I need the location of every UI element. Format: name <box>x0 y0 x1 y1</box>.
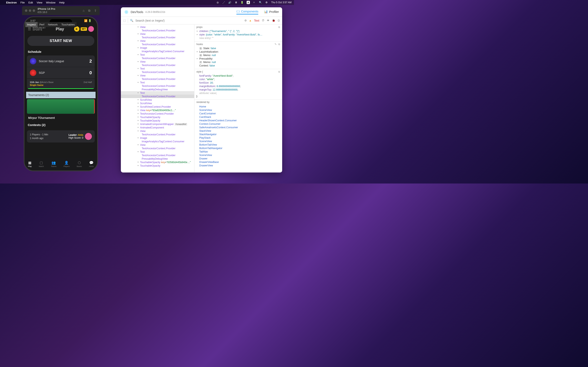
display-icon[interactable]: 🖥 <box>234 1 238 4</box>
eye-icon[interactable]: 👁 <box>267 19 269 22</box>
tree-row[interactable]: ScrollView <box>121 101 194 105</box>
tree-row[interactable]: TextAncestorContext.Provider <box>121 154 194 157</box>
tab-components[interactable]: ⟨ ⟩Components <box>236 9 258 15</box>
rendered-item[interactable]: Drawer <box>196 157 280 160</box>
tree-row[interactable]: Text <box>121 67 194 70</box>
rendered-item[interactable]: Home <box>196 105 280 108</box>
tree-row[interactable]: TextAncestorContext.Provider <box>121 63 194 67</box>
tree-row[interactable]: Text <box>121 91 194 95</box>
tree-row[interactable]: TextAncestorContext.Provider <box>121 57 194 60</box>
prop-row[interactable]: style: {color: "white", fontFamily: "Ave… <box>196 33 280 36</box>
style-row[interactable]: color: "white"; <box>196 77 280 81</box>
wifi-icon[interactable]: ᯤ <box>253 1 256 4</box>
brackets-icon[interactable]: ⟨⟩ <box>278 19 280 22</box>
style-row[interactable]: marginBottom: 8.666666666666666; <box>196 84 280 88</box>
gear-icon[interactable]: ⚙ <box>244 19 247 22</box>
nav-alerts[interactable]: 💬Alerts <box>89 161 94 167</box>
rendered-item[interactable]: SceneView <box>196 140 280 143</box>
tree-row[interactable]: Image <box>121 136 194 140</box>
contest-card[interactable]: 1 Players - 1 Min 1 month ago Leader: An… <box>27 130 95 142</box>
tree-row[interactable]: View <box>121 25 194 29</box>
style-row[interactable]: fontFamily: "AvenirNext-Bold"; <box>196 74 280 77</box>
nav-bases[interactable]: ⬡Bases <box>77 161 82 167</box>
simulator-titlebar[interactable]: iPhone 14 Pro iOS 16.0 ⌂ ⧉ ⇪ <box>22 6 100 15</box>
nav-players[interactable]: 👤Players <box>63 161 70 167</box>
perf-tab[interactable]: Perf <box>38 22 46 27</box>
match-card[interactable]: Soccer Italy League 2 SGP 0 11th Jan @An… <box>27 55 95 89</box>
tree-row[interactable]: TouchableOpacity <box>121 119 194 122</box>
style-row[interactable]: marginTop: 12.666666666666666; <box>196 88 280 91</box>
tree-row[interactable]: PressabilityDebugView <box>121 88 194 91</box>
rendered-item[interactable]: HeaderShownContext.Consumer <box>196 119 280 122</box>
tree-row[interactable]: Text <box>121 81 194 84</box>
tree-row[interactable]: TextAncestorContext.Provider <box>121 84 194 88</box>
tree-row[interactable]: TextAncestorContext.Provider <box>121 147 194 150</box>
component-tree[interactable]: ViewTextAncestorContext.ProviderViewText… <box>121 25 194 173</box>
tree-row[interactable]: AnimatedComponentWrapperForwardRef <box>121 122 194 126</box>
menu-help[interactable]: Help <box>59 1 65 4</box>
tree-row[interactable]: ImageAnalyticsTagContext.Consumer <box>121 50 194 53</box>
menu-icon[interactable]: ☰ <box>28 27 31 31</box>
tree-row[interactable]: TextAncestorContext.Provider <box>121 77 194 81</box>
tree-row[interactable]: View <box>121 39 194 43</box>
tree-row[interactable]: PressabilityDebugView <box>121 157 194 160</box>
hook-row[interactable]: Context: false <box>196 64 280 67</box>
app-name[interactable]: Electron <box>6 1 17 4</box>
tree-row[interactable]: ImageAnalyticsTagContext.Consumer <box>121 140 194 143</box>
copy-icon[interactable]: ⧉ <box>278 43 280 46</box>
tree-row[interactable]: TextAncestorContext.Provider <box>121 95 194 98</box>
screenshot-icon[interactable]: ⧉ <box>88 9 90 12</box>
rendered-item[interactable]: SafeAreaInsetsContext.Consumer <box>196 125 280 129</box>
tree-row[interactable]: TouchableOpacity key="63580d445b840e…" <box>121 160 194 164</box>
tree-row[interactable]: AnimatedComponent <box>121 126 194 129</box>
style-row[interactable]: fontSize: 16; <box>196 81 280 84</box>
hook-row[interactable]: LazyInitialization: <box>196 50 280 53</box>
rn-debug-bar[interactable]: Inspect Perf Network Touchables <box>25 22 77 27</box>
tree-row[interactable]: TouchableOpacity <box>121 164 194 167</box>
rendered-item[interactable]: TabNav <box>196 150 280 153</box>
traffic-lights[interactable] <box>25 9 35 12</box>
rendered-item[interactable]: StackNavigator <box>196 133 280 136</box>
nav-teams[interactable]: 👥Teams <box>51 161 57 167</box>
search-input[interactable] <box>135 19 242 22</box>
tree-row[interactable]: TextAncestorContext.Provider <box>121 70 194 74</box>
share-icon[interactable]: ⇪ <box>94 9 97 12</box>
rendered-item[interactable]: DrawerView <box>196 164 280 167</box>
avatar[interactable] <box>88 26 94 32</box>
edit-icon[interactable]: ✎ <box>275 43 277 46</box>
clock[interactable]: Thu 5 Oct 3:57 AM <box>271 1 292 4</box>
menu-file[interactable]: File <box>20 1 25 4</box>
nav-play[interactable]: ▦Play <box>28 161 32 167</box>
input-icon[interactable]: A <box>247 1 250 4</box>
tree-row[interactable]: View <box>121 60 194 63</box>
hook-row[interactable]: 7Memo: null <box>196 60 280 64</box>
rendered-item[interactable]: BottomTabNavigator <box>196 146 280 150</box>
tournaments-header[interactable]: Tournaments (2) <box>26 92 95 98</box>
timer-icon[interactable]: ⏱ <box>262 19 264 22</box>
tree-row[interactable]: TextAncestorContext.Provider <box>121 112 194 115</box>
tree-row[interactable]: Text <box>121 150 194 154</box>
nav-watch[interactable]: ▢Watch <box>39 161 44 167</box>
network-tab[interactable]: Network <box>46 22 60 27</box>
tree-row[interactable]: View <box>121 74 194 77</box>
inspect-tab[interactable]: Inspect <box>25 22 38 27</box>
start-new-button[interactable]: START NEW <box>27 36 94 46</box>
tab-profiler[interactable]: 📊Profiler <box>264 9 279 15</box>
volume-icon[interactable]: 🔊 <box>228 1 232 4</box>
rendered-item[interactable]: SceneView <box>196 153 280 157</box>
tree-row[interactable]: Image <box>121 46 194 50</box>
tree-row[interactable]: View <box>121 32 194 36</box>
nft-badge[interactable]: NFT <box>81 27 87 31</box>
rendered-item[interactable]: CardStack <box>196 115 280 119</box>
rendered-item[interactable]: DrawerViewBase <box>196 160 280 164</box>
menu-window[interactable]: Window <box>46 1 55 4</box>
tree-row[interactable]: View <box>121 129 194 133</box>
hook-row[interactable]: Pressability: <box>196 57 280 60</box>
prop-row[interactable]: children: ["Tournaments", " (", 2, ")"] <box>196 29 280 33</box>
hook-row[interactable]: 3Memo: null <box>196 53 280 57</box>
menu-edit[interactable]: Edit <box>28 1 33 4</box>
menu-view[interactable]: View <box>36 1 42 4</box>
tournament-card[interactable] <box>27 99 95 114</box>
touchables-tab[interactable]: Touchables <box>60 22 77 27</box>
search-icon[interactable]: 🔍 <box>259 1 262 4</box>
